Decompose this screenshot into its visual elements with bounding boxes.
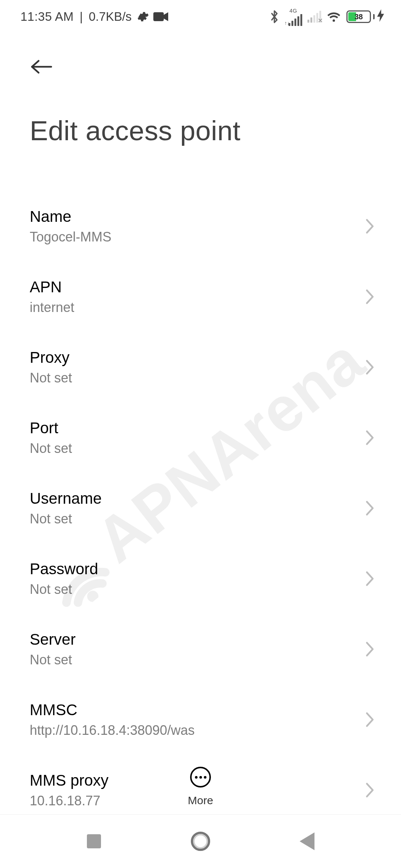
signal-bars-icon: ↑↓ — [284, 14, 302, 26]
triangle-left-icon — [300, 832, 314, 850]
chevron-right-icon — [365, 571, 375, 587]
chevron-right-icon — [365, 430, 375, 446]
row-label: Proxy — [30, 349, 72, 366]
signal-2: ✕ — [307, 11, 321, 23]
camera-icon — [153, 11, 168, 22]
more-label: More — [188, 794, 213, 807]
status-divider: | — [78, 10, 84, 24]
chevron-right-icon — [365, 500, 375, 516]
row-username[interactable]: Username Not set — [0, 473, 401, 543]
signal-1-tech: 4G — [289, 8, 297, 13]
battery-indicator: 38 — [346, 9, 384, 24]
status-time: 11:35 AM — [20, 10, 74, 24]
row-value: http://10.16.18.4:38090/was — [30, 723, 195, 738]
row-label: Port — [30, 419, 72, 437]
status-bar: 11:35 AM | 0.7KB/s 4G ↑↓ ✕ — [0, 0, 401, 33]
row-password[interactable]: Password Not set — [0, 543, 401, 614]
row-name[interactable]: Name Togocel-MMS — [0, 191, 401, 262]
row-label: Server — [30, 631, 76, 648]
row-value: Togocel-MMS — [30, 229, 111, 245]
nav-recent-button[interactable] — [84, 831, 104, 852]
header: Edit access point — [0, 33, 401, 147]
square-icon — [87, 834, 101, 848]
arrow-left-icon — [30, 59, 53, 74]
row-value: Not set — [30, 441, 72, 456]
row-port[interactable]: Port Not set — [0, 402, 401, 473]
row-server[interactable]: Server Not set — [0, 614, 401, 684]
signal-1: 4G ↑↓ — [284, 8, 302, 26]
row-proxy[interactable]: Proxy Not set — [0, 332, 401, 402]
chevron-right-icon — [365, 359, 375, 375]
row-mmsc[interactable]: MMSC http://10.16.18.4:38090/was — [0, 684, 401, 755]
bottom-action-bar: More — [0, 767, 401, 807]
gear-icon — [136, 10, 149, 23]
nav-back-button[interactable] — [297, 831, 317, 852]
row-label: Password — [30, 560, 98, 578]
row-value: Not set — [30, 511, 102, 527]
navigation-bar — [0, 814, 401, 868]
circle-icon — [191, 832, 210, 851]
battery-percent: 38 — [348, 13, 370, 21]
back-button[interactable] — [30, 54, 56, 80]
more-button[interactable] — [190, 767, 211, 788]
chevron-right-icon — [365, 218, 375, 234]
charging-bolt-icon — [377, 9, 384, 24]
row-label: Username — [30, 490, 102, 507]
row-apn[interactable]: APN internet — [0, 262, 401, 332]
apn-settings-list: Name Togocel-MMS APN internet Proxy Not … — [0, 191, 401, 825]
row-value: internet — [30, 300, 74, 315]
nav-home-button[interactable] — [190, 831, 211, 852]
row-value: Not set — [30, 582, 98, 597]
row-label: APN — [30, 278, 74, 296]
chevron-right-icon — [365, 641, 375, 657]
chevron-right-icon — [365, 711, 375, 728]
row-value: Not set — [30, 370, 72, 386]
page-title: Edit access point — [30, 115, 371, 147]
no-signal-x-icon: ✕ — [318, 17, 323, 24]
status-data-rate: 0.7KB/s — [89, 10, 132, 24]
row-label: Name — [30, 208, 111, 226]
row-value: Not set — [30, 652, 76, 668]
wifi-icon — [326, 11, 341, 23]
bluetooth-icon — [270, 10, 279, 24]
svg-rect-1 — [153, 12, 164, 21]
chevron-right-icon — [365, 289, 375, 305]
row-label: MMSC — [30, 701, 195, 719]
